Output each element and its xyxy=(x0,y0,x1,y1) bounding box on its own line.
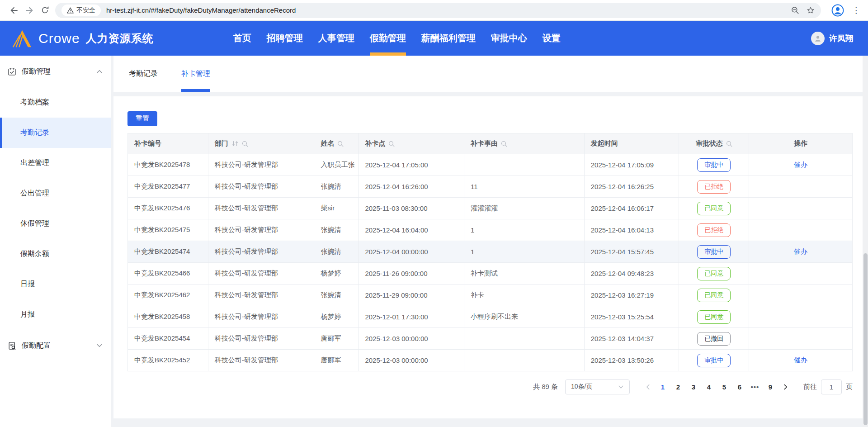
page-button-9[interactable]: 9 xyxy=(763,379,778,394)
goto-page-input[interactable] xyxy=(821,380,842,394)
cell-status: 已拒绝 xyxy=(679,219,749,241)
nav-item-3[interactable]: 人事管理 xyxy=(318,21,354,56)
cell-dept: 科技公司-研发管理部 xyxy=(208,241,315,263)
column-header-action: 操作 xyxy=(749,133,852,154)
cell-point: 2025-12-04 17:05:00 xyxy=(359,154,464,176)
table-header-row: 补卡编号部门姓名补卡点补卡事由发起时间审批状态操作 xyxy=(128,133,852,154)
nav-item-1[interactable]: 首页 xyxy=(233,21,251,56)
cell-status: 审批中 xyxy=(679,350,749,371)
zoom-out-icon[interactable] xyxy=(791,6,799,14)
calendar-check-icon xyxy=(8,67,17,76)
page-button-6[interactable]: 6 xyxy=(732,379,747,394)
back-icon[interactable] xyxy=(6,3,22,18)
cell-id: 中竞发BK2025478 xyxy=(128,154,208,176)
refresh-icon[interactable] xyxy=(37,3,52,18)
security-chip[interactable]: 不安全 xyxy=(61,5,101,16)
page-button-4[interactable]: 4 xyxy=(701,379,717,394)
sidebar-item-1-1[interactable]: 考勤档案 xyxy=(0,87,111,118)
tab-2[interactable]: 补卡管理 xyxy=(181,56,210,92)
security-label: 不安全 xyxy=(76,6,95,14)
page-button-1[interactable]: 1 xyxy=(655,379,670,394)
action-link[interactable]: 催办 xyxy=(794,161,807,169)
search-icon[interactable] xyxy=(242,141,248,147)
status-badge: 已同意 xyxy=(697,202,731,215)
sidebar-menu: 假勤管理考勤档案考勤记录出差管理公出管理休假管理假期余额日报月报假勤配置 xyxy=(0,56,111,427)
search-icon[interactable] xyxy=(388,141,395,147)
cell-name: 张婉清 xyxy=(314,241,359,263)
page-size-value: 10条/页 xyxy=(571,383,592,391)
search-icon[interactable] xyxy=(726,141,732,147)
search-icon[interactable] xyxy=(501,141,507,147)
cell-time: 2025-12-04 17:05:09 xyxy=(585,154,679,176)
cell-action: 催办 xyxy=(749,154,852,176)
reset-button[interactable]: 重置 xyxy=(127,111,157,126)
pager-prev[interactable] xyxy=(641,379,655,394)
cell-point: 2025-12-03 00:00:00 xyxy=(359,328,464,350)
browser-toolbar: 不安全 hr-test.zjf-it.cn/#/fakeDuty/fakeDut… xyxy=(0,0,868,21)
cell-id: 中竞发BK2025475 xyxy=(128,219,208,241)
nav-item-7[interactable]: 设置 xyxy=(542,21,561,56)
status-badge: 审批中 xyxy=(697,158,731,172)
pager-more-icon[interactable]: ••• xyxy=(747,379,763,394)
forward-icon[interactable] xyxy=(22,3,37,18)
table-row: 中竞发BK2025474科技公司-研发管理部张婉清2025-12-04 00:0… xyxy=(128,241,852,263)
action-link[interactable]: 催办 xyxy=(794,356,807,365)
sidebar-item-1-4[interactable]: 公出管理 xyxy=(0,178,111,209)
tab-bar: 考勤记录补卡管理 xyxy=(113,56,863,92)
nav-item-4[interactable]: 假勤管理 xyxy=(370,21,406,56)
user-menu[interactable]: 许凤翔 xyxy=(811,21,854,56)
content-card: 重置 补卡编号部门姓名补卡点补卡事由发起时间审批状态操作 中竞发BK202547… xyxy=(113,96,863,418)
sidebar-item-1-3[interactable]: 出差管理 xyxy=(0,148,111,178)
status-badge: 审批中 xyxy=(697,245,731,259)
status-badge: 审批中 xyxy=(697,354,731,367)
sidebar-item-1-8[interactable]: 月报 xyxy=(0,299,111,330)
scrollbar-thumb[interactable] xyxy=(863,253,868,425)
sidebar-item-1-2[interactable]: 考勤记录 xyxy=(0,118,111,148)
cell-reason xyxy=(464,350,585,371)
user-avatar-icon xyxy=(811,32,825,45)
page-button-3[interactable]: 3 xyxy=(686,379,701,394)
page-button-5[interactable]: 5 xyxy=(717,379,732,394)
cell-name: 张婉清 xyxy=(314,219,359,241)
table-row: 中竞发BK2025452科技公司-研发管理部唐郦军2025-12-03 00:0… xyxy=(128,350,852,371)
column-header-status: 审批状态 xyxy=(679,133,749,154)
cell-action xyxy=(749,176,852,198)
nav-item-6[interactable]: 审批中心 xyxy=(491,21,527,56)
tab-1[interactable]: 考勤记录 xyxy=(129,56,158,92)
table-row: 中竞发BK2025477科技公司-研发管理部张婉清2025-12-04 16:2… xyxy=(128,176,852,198)
cell-time: 2025-12-03 15:25:54 xyxy=(585,306,679,328)
nav-item-5[interactable]: 薪酬福利管理 xyxy=(421,21,476,56)
pager-pages: 123456•••9 xyxy=(655,379,778,394)
sort-icon[interactable] xyxy=(231,141,239,147)
cell-name: 柴sir xyxy=(314,198,359,219)
search-icon[interactable] xyxy=(337,141,344,147)
action-link[interactable]: 催办 xyxy=(794,247,807,256)
star-icon[interactable] xyxy=(807,6,815,14)
pager-next[interactable] xyxy=(778,379,793,394)
page-scrollbar[interactable] xyxy=(863,56,868,427)
sidebar-group-label: 假勤配置 xyxy=(22,341,96,351)
cell-reason: 灌灌灌灌 xyxy=(464,198,585,219)
table-row: 中竞发BK2025458科技公司-研发管理部杨梦婷2025-12-01 17:3… xyxy=(128,306,852,328)
cell-point: 2025-11-29 09:00:00 xyxy=(359,285,464,306)
nav-item-2[interactable]: 招聘管理 xyxy=(267,21,303,56)
cell-status: 审批中 xyxy=(679,154,749,176)
page-size-select[interactable]: 10条/页 xyxy=(565,380,630,394)
status-badge: 已同意 xyxy=(697,267,731,280)
cell-time: 2025-12-03 14:04:37 xyxy=(585,328,679,350)
cell-status: 审批中 xyxy=(679,241,749,263)
url-text[interactable]: hr-test.zjf-it.cn/#/fakeDuty/fakeDutyMan… xyxy=(106,6,784,14)
cell-name: 杨梦婷 xyxy=(314,263,359,285)
sidebar-item-1-5[interactable]: 休假管理 xyxy=(0,209,111,239)
sidebar-item-1-7[interactable]: 日报 xyxy=(0,269,111,299)
sidebar-group-1[interactable]: 假勤管理 xyxy=(0,56,111,87)
sidebar-item-1-6[interactable]: 假期余额 xyxy=(0,239,111,269)
cell-reason xyxy=(464,154,585,176)
menu-icon[interactable]: ⋮ xyxy=(851,5,862,15)
address-bar[interactable]: 不安全 hr-test.zjf-it.cn/#/fakeDuty/fakeDut… xyxy=(55,3,821,18)
sidebar-group-2[interactable]: 假勤配置 xyxy=(0,330,111,361)
records-table: 补卡编号部门姓名补卡点补卡事由发起时间审批状态操作 中竞发BK2025478科技… xyxy=(127,133,853,371)
profile-icon[interactable] xyxy=(831,4,844,17)
status-badge: 已同意 xyxy=(697,289,731,302)
page-button-2[interactable]: 2 xyxy=(670,379,686,394)
